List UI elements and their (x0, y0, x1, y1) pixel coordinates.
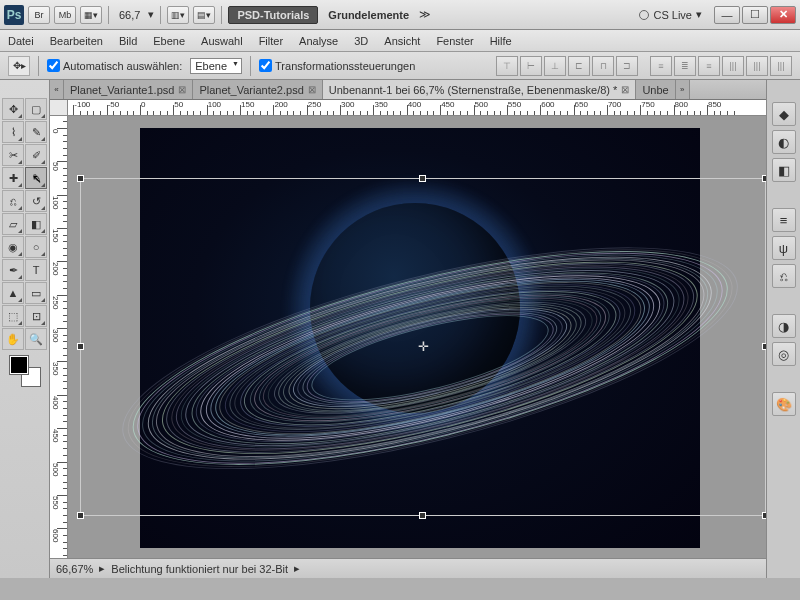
minibridge-button[interactable]: Mb (54, 6, 76, 24)
transform-handle[interactable] (77, 175, 84, 182)
status-bar: 66,67% ▸ Belichtung funktioniert nur bei… (50, 558, 766, 578)
3d-tool[interactable]: ⬚ (2, 305, 24, 327)
screenmode-button[interactable]: ▦▾ (80, 6, 102, 24)
zoom-value[interactable]: 66,7 (115, 9, 144, 21)
menu-filter[interactable]: Filter (259, 35, 283, 47)
channels-panel-icon[interactable]: ◐ (772, 130, 796, 154)
menu-datei[interactable]: Datei (8, 35, 34, 47)
chevron-right-icon[interactable]: ≫ (419, 8, 431, 21)
canvas[interactable] (140, 128, 700, 548)
close-button[interactable]: ✕ (770, 6, 796, 24)
layers-panel-icon[interactable]: ◆ (772, 102, 796, 126)
gradient-tool[interactable]: ◧ (25, 213, 47, 235)
close-tab-icon[interactable]: ⊠ (308, 84, 316, 95)
pen-tool[interactable]: ✒ (2, 259, 24, 281)
type-tool[interactable]: T (25, 259, 47, 281)
dist-top-button[interactable]: ≡ (650, 56, 672, 76)
transform-handle[interactable] (77, 343, 84, 350)
toolbox: ✥ ▢ ⌇ ✎ ✂ ✐ ✚ ✎↖ ⎌ ↺ ▱ ◧ ◉ ○ ✒ T ▲ ▭ ⬚ ⊡… (0, 80, 50, 578)
ruler-horizontal[interactable]: -100-50050100150200250300350400450500550… (68, 100, 766, 116)
document-tab[interactable]: Unbe (636, 80, 675, 99)
crop-tool[interactable]: ✂ (2, 144, 24, 166)
bridge-button[interactable]: Br (28, 6, 50, 24)
blur-tool[interactable]: ◉ (2, 236, 24, 258)
cslive-button[interactable]: CS Live ▾ (631, 6, 710, 23)
brush-tool[interactable]: ✎↖ (25, 167, 47, 189)
menu-ebene[interactable]: Ebene (153, 35, 185, 47)
dist-vcenter-button[interactable]: ≣ (674, 56, 696, 76)
styles-panel-icon[interactable]: ⎌ (772, 264, 796, 288)
minimize-button[interactable]: — (714, 6, 740, 24)
align-bottom-button[interactable]: ⊥ (544, 56, 566, 76)
align-right-button[interactable]: ⊐ (616, 56, 638, 76)
extras-button[interactable]: ▤▾ (193, 6, 215, 24)
history-panel-icon[interactable]: ◑ (772, 314, 796, 338)
path-select-tool[interactable]: ▲ (2, 282, 24, 304)
shape-tool[interactable]: ▭ (25, 282, 47, 304)
dist-left-button[interactable]: ||| (722, 56, 744, 76)
dist-hcenter-button[interactable]: ||| (746, 56, 768, 76)
align-top-button[interactable]: ⊤ (496, 56, 518, 76)
align-hcenter-button[interactable]: ⊓ (592, 56, 614, 76)
right-panel-dock: ◆ ◐ ◧ ≡ ψ ⎌ ◑ ◎ 🎨 (766, 80, 800, 578)
document-tab[interactable]: Planet_Variante2.psd⊠ (193, 80, 322, 99)
align-vcenter-button[interactable]: ⊢ (520, 56, 542, 76)
stamp-tool[interactable]: ⎌ (2, 190, 24, 212)
tab-scroll-right[interactable]: » (676, 80, 690, 99)
color-swatches[interactable] (10, 356, 40, 386)
arrange-button[interactable]: ▥▾ (167, 6, 189, 24)
dist-right-button[interactable]: ||| (770, 56, 792, 76)
healing-tool[interactable]: ✚ (2, 167, 24, 189)
maximize-button[interactable]: ☐ (742, 6, 768, 24)
dodge-tool[interactable]: ○ (25, 236, 47, 258)
menu-fenster[interactable]: Fenster (436, 35, 473, 47)
dist-bottom-button[interactable]: ≡ (698, 56, 720, 76)
menu-hilfe[interactable]: Hilfe (490, 35, 512, 47)
document-tabs: « Planet_Variante1.psd⊠Planet_Variante2.… (50, 80, 766, 100)
eyedropper-tool[interactable]: ✐ (25, 144, 47, 166)
menu-3d[interactable]: 3D (354, 35, 368, 47)
workspace-pill[interactable]: PSD-Tutorials (228, 6, 318, 24)
foreground-color[interactable] (10, 356, 28, 374)
menu-bearbeiten[interactable]: Bearbeiten (50, 35, 103, 47)
options-bar: ✥▸ Automatisch auswählen: Ebene Transfor… (0, 52, 800, 80)
transform-handle[interactable] (77, 512, 84, 519)
canvas-area[interactable]: ✛ (68, 116, 766, 558)
masks-panel-icon[interactable]: ψ (772, 236, 796, 260)
transform-controls-checkbox[interactable]: Transformationssteuerungen (259, 59, 415, 72)
auto-select-dropdown[interactable]: Ebene (190, 58, 242, 74)
marquee-tool[interactable]: ▢ (25, 98, 47, 120)
transform-handle[interactable] (762, 512, 766, 519)
workspace-label[interactable]: Grundelemente (322, 9, 415, 21)
zoom-tool[interactable]: 🔍 (25, 328, 47, 350)
eraser-tool[interactable]: ▱ (2, 213, 24, 235)
status-arrow-icon[interactable]: ▸ (99, 562, 105, 575)
swatches-panel-icon[interactable]: 🎨 (772, 392, 796, 416)
status-arrow-icon[interactable]: ▸ (294, 562, 300, 575)
align-left-button[interactable]: ⊏ (568, 56, 590, 76)
ruler-vertical[interactable]: -500501001502002503003504004505005506006… (50, 116, 68, 558)
menu-analyse[interactable]: Analyse (299, 35, 338, 47)
menu-bild[interactable]: Bild (119, 35, 137, 47)
menu-auswahl[interactable]: Auswahl (201, 35, 243, 47)
tab-scroll-left[interactable]: « (50, 80, 64, 99)
close-tab-icon[interactable]: ⊠ (178, 84, 186, 95)
paths-panel-icon[interactable]: ◧ (772, 158, 796, 182)
document-tab[interactable]: Unbenannt-1 bei 66,7% (Sternenstraße, Eb… (323, 80, 637, 99)
lasso-tool[interactable]: ⌇ (2, 121, 24, 143)
move-tool[interactable]: ✥ (2, 98, 24, 120)
transform-handle[interactable] (762, 343, 766, 350)
transform-handle[interactable] (762, 175, 766, 182)
menu-ansicht[interactable]: Ansicht (384, 35, 420, 47)
hand-tool[interactable]: ✋ (2, 328, 24, 350)
status-zoom[interactable]: 66,67% (56, 563, 93, 575)
auto-select-checkbox[interactable]: Automatisch auswählen: (47, 59, 182, 72)
history-brush-tool[interactable]: ↺ (25, 190, 47, 212)
quickselect-tool[interactable]: ✎ (25, 121, 47, 143)
adjust-panel-icon[interactable]: ≡ (772, 208, 796, 232)
close-tab-icon[interactable]: ⊠ (621, 84, 629, 95)
3dcam-tool[interactable]: ⊡ (25, 305, 47, 327)
move-tool-icon[interactable]: ✥▸ (8, 56, 30, 76)
actions-panel-icon[interactable]: ◎ (772, 342, 796, 366)
document-tab[interactable]: Planet_Variante1.psd⊠ (64, 80, 193, 99)
